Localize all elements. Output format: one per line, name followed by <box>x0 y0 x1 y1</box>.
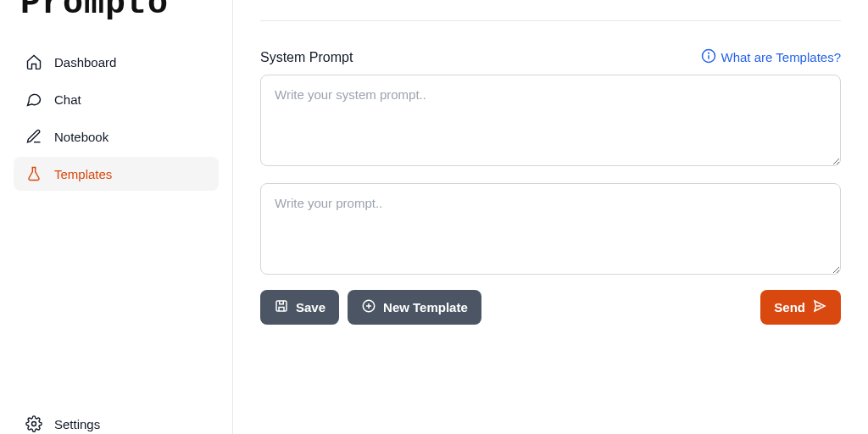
nav: Dashboard Chat Notebook Templates <box>14 45 219 407</box>
action-bar: Save New Template Send <box>260 290 841 325</box>
section-header: System Prompt What are Templates? <box>260 48 841 66</box>
sidebar-item-templates[interactable]: Templates <box>14 157 219 191</box>
flask-icon <box>25 165 42 182</box>
new-template-button[interactable]: New Template <box>348 290 481 325</box>
gear-icon <box>25 415 42 432</box>
sidebar-item-dashboard[interactable]: Dashboard <box>14 45 219 79</box>
send-button[interactable]: Send <box>760 290 841 325</box>
brand-logo: Prompto <box>14 0 219 30</box>
system-prompt-label: System Prompt <box>260 50 353 65</box>
svg-rect-4 <box>276 301 287 311</box>
sidebar-item-label: Dashboard <box>54 55 116 70</box>
save-icon <box>274 298 289 316</box>
save-button[interactable]: Save <box>260 290 339 325</box>
nav-bottom: Settings <box>14 407 219 434</box>
sidebar-item-settings[interactable]: Settings <box>14 407 219 434</box>
divider <box>260 20 841 21</box>
help-link-label: What are Templates? <box>721 50 841 64</box>
plus-circle-icon <box>361 298 376 316</box>
sidebar: Prompto Dashboard Chat Notebook <box>0 0 233 434</box>
prompt-input[interactable] <box>260 183 841 275</box>
pencil-icon <box>25 128 42 145</box>
spacer <box>490 290 753 325</box>
sidebar-item-label: Settings <box>54 417 100 431</box>
chat-icon <box>25 91 42 108</box>
send-label: Send <box>774 300 805 314</box>
new-template-label: New Template <box>383 300 468 314</box>
svg-point-0 <box>32 422 36 426</box>
help-link-templates[interactable]: What are Templates? <box>701 48 841 66</box>
sidebar-item-chat[interactable]: Chat <box>14 82 219 116</box>
svg-point-3 <box>708 53 709 53</box>
main-content: System Prompt What are Templates? Save <box>233 0 868 434</box>
sidebar-item-label: Notebook <box>54 130 108 144</box>
sidebar-item-label: Chat <box>54 92 81 107</box>
info-icon <box>701 48 716 66</box>
save-label: Save <box>296 300 326 314</box>
sidebar-item-notebook[interactable]: Notebook <box>14 120 219 153</box>
sidebar-item-label: Templates <box>54 167 112 181</box>
send-icon <box>812 298 827 316</box>
home-icon <box>25 53 42 70</box>
system-prompt-input[interactable] <box>260 75 841 166</box>
